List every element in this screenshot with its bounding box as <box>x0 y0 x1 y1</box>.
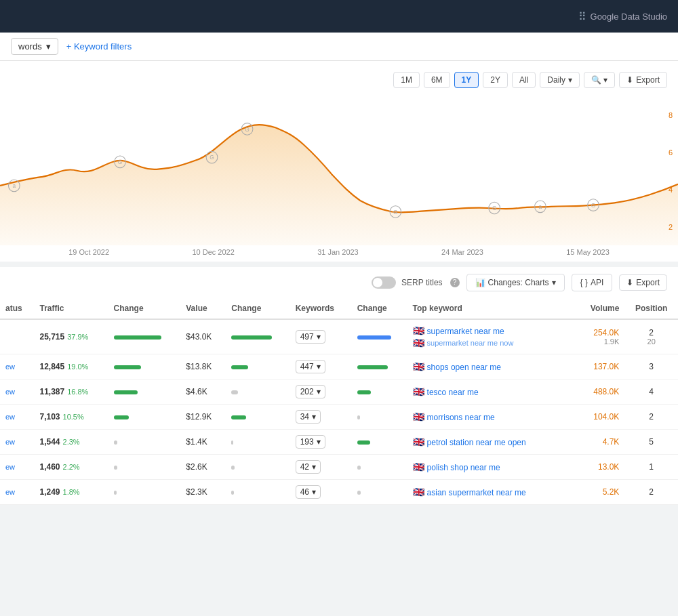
status-new-badge: ew <box>5 488 15 496</box>
keywords-dropdown[interactable]: 46 ▾ <box>296 485 321 499</box>
volume-primary: 5.2K <box>581 487 620 497</box>
table-row: ew1,5442.3%$1.4K193 ▾🇬🇧petrol station ne… <box>0 430 678 455</box>
time-btn-2y[interactable]: 2Y <box>483 72 508 88</box>
time-btn-1y[interactable]: 1Y <box>454 72 479 88</box>
serp-toggle[interactable] <box>372 276 396 289</box>
filter-label: + Keyword filters <box>66 41 132 52</box>
keyword-label: words <box>18 41 42 52</box>
chevron-down-icon: ▾ <box>312 462 316 472</box>
cell-position: 4 <box>624 379 678 405</box>
export-label: Export <box>636 278 660 287</box>
top-keyword-link[interactable]: supermarket near me <box>427 327 504 336</box>
chevron-down-icon: ▾ <box>312 412 316 422</box>
top-keyword-primary: 🇬🇧supermarket near me <box>413 325 570 336</box>
toolbar: words ▾ + Keyword filters <box>0 33 678 61</box>
value-change-bar <box>231 440 233 445</box>
time-btn-6m[interactable]: 6M <box>424 72 450 88</box>
help-icon[interactable]: ? <box>450 278 460 287</box>
cell-position: 2 <box>624 405 678 430</box>
cell-status: ew <box>0 480 34 505</box>
svg-text:G: G <box>393 209 398 215</box>
changes-icon: 📊 <box>475 278 485 287</box>
volume-primary: 13.0K <box>581 462 620 472</box>
api-button[interactable]: { } API <box>572 274 613 291</box>
granularity-button[interactable]: Daily ▾ <box>540 72 580 88</box>
top-keyword-link[interactable]: tesco near me <box>427 388 479 397</box>
time-btn-all[interactable]: All <box>512 72 536 88</box>
cell-status: ew <box>0 430 34 455</box>
col-value: Value <box>180 298 226 319</box>
export-button[interactable]: ⬇ Export <box>619 72 667 88</box>
top-keyword-primary: 🇬🇧asian supermarket near me <box>413 487 570 497</box>
keywords-change-bar <box>357 466 361 470</box>
cell-value-change <box>226 379 290 405</box>
cell-traffic-change <box>108 405 181 430</box>
value-change-bar <box>231 390 238 394</box>
top-keyword-primary: 🇬🇧tesco near me <box>413 386 570 397</box>
cell-keywords: 193 ▾ <box>290 430 352 455</box>
volume-primary: 137.0K <box>581 362 620 371</box>
cell-value: $13.8K <box>180 354 226 379</box>
cell-position: 3 <box>624 354 678 379</box>
keyword-filter-button[interactable]: + Keyword filters <box>66 41 132 52</box>
cell-status <box>0 319 34 354</box>
top-keyword-link[interactable]: morrisons near me <box>427 413 495 422</box>
cell-keywords-change <box>352 379 407 405</box>
top-keyword-link[interactable]: polish shop near me <box>427 463 500 472</box>
top-keyword-secondary-row: 🇬🇧supermarket near me now <box>413 337 570 348</box>
keywords-dropdown[interactable]: 447 ▾ <box>296 360 325 373</box>
status-new-badge: ew <box>5 463 15 471</box>
serp-toggle-container: SERP titles ? <box>372 276 459 289</box>
cell-top-keyword: 🇬🇧asian supermarket near me <box>407 480 576 505</box>
y-axis-labels: 8 6 4 2 <box>669 96 673 245</box>
x-label-2: 10 Dec 2022 <box>192 248 234 256</box>
cell-volume: 5.2K <box>576 480 625 505</box>
top-keyword-link[interactable]: shops open near me <box>427 363 501 372</box>
keywords-dropdown[interactable]: 202 ▾ <box>296 385 325 398</box>
top-keyword-secondary-link[interactable]: supermarket near me now <box>427 339 514 347</box>
cell-volume: 13.0K <box>576 455 625 480</box>
cell-traffic-change <box>108 354 181 379</box>
traffic-pct: 19.0% <box>67 363 88 371</box>
cell-value: $2.6K <box>180 455 226 480</box>
traffic-value: 7,103 <box>39 412 60 422</box>
annotation-button[interactable]: 🔍 ▾ <box>584 72 615 88</box>
keyword-dropdown[interactable]: words ▾ <box>11 38 58 55</box>
changes-button[interactable]: 📊 Changes: Charts ▾ <box>466 274 565 291</box>
time-btn-1m[interactable]: 1M <box>393 72 420 88</box>
svg-text:G: G <box>245 125 250 132</box>
top-keyword-link[interactable]: asian supermarket near me <box>427 488 526 497</box>
top-keyword-link[interactable]: petrol station near me open <box>427 438 526 447</box>
keywords-dropdown[interactable]: 193 ▾ <box>296 435 325 449</box>
cell-traffic-change <box>108 455 181 480</box>
chevron-down-icon: ▾ <box>312 487 316 497</box>
cell-volume: 137.0K <box>576 354 625 379</box>
x-label-1: 19 Oct 2022 <box>68 248 109 256</box>
position-primary: 2 <box>630 487 673 497</box>
volume-secondary: 1.9K <box>581 337 620 346</box>
volume-primary: 254.0K <box>581 328 620 337</box>
top-keyword-primary: 🇬🇧shops open near me <box>413 361 570 372</box>
keywords-dropdown[interactable]: 34 ▾ <box>296 410 321 424</box>
cell-value-change <box>226 455 290 480</box>
traffic-pct: 10.5% <box>63 413 84 421</box>
cell-volume: 254.0K1.9K <box>576 319 625 354</box>
position-primary: 4 <box>630 387 673 396</box>
traffic-change-bar <box>114 415 129 419</box>
cell-value-change <box>226 480 290 505</box>
keywords-change-bar <box>357 415 360 419</box>
y-label-8: 8 <box>669 111 673 119</box>
section-divider <box>0 262 678 267</box>
table-export-button[interactable]: ⬇ Export <box>619 274 667 291</box>
flag-icon: 🇬🇧 <box>413 361 424 372</box>
traffic-change-bar <box>114 365 141 369</box>
flag-icon: 🇬🇧 <box>413 487 424 497</box>
keywords-dropdown[interactable]: 42 ▾ <box>296 460 321 474</box>
changes-label: Changes: Charts <box>488 278 549 287</box>
export-icon: ⬇ <box>626 75 633 85</box>
keywords-dropdown[interactable]: 497 ▾ <box>296 330 325 344</box>
svg-text:a: a <box>13 182 16 189</box>
cell-top-keyword: 🇬🇧tesco near me <box>407 379 576 405</box>
cell-top-keyword: 🇬🇧shops open near me <box>407 354 576 379</box>
flag-icon: 🇬🇧 <box>413 436 424 447</box>
